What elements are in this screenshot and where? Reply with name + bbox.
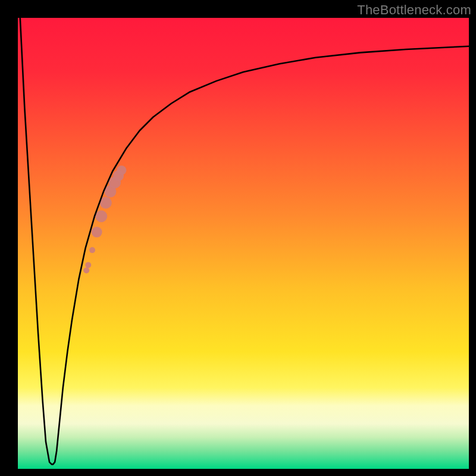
plot-area — [18, 18, 469, 469]
chart-svg — [18, 18, 469, 469]
highlight-point — [85, 262, 91, 268]
watermark-text: TheBottleneck.com — [357, 2, 471, 18]
chart-frame: TheBottleneck.com — [0, 0, 476, 476]
highlight-point — [92, 227, 102, 237]
highlight-point — [95, 211, 107, 223]
highlight-point — [89, 247, 95, 253]
gradient-background — [18, 18, 469, 469]
highlight-point — [83, 267, 89, 273]
highlight-point — [117, 165, 126, 175]
